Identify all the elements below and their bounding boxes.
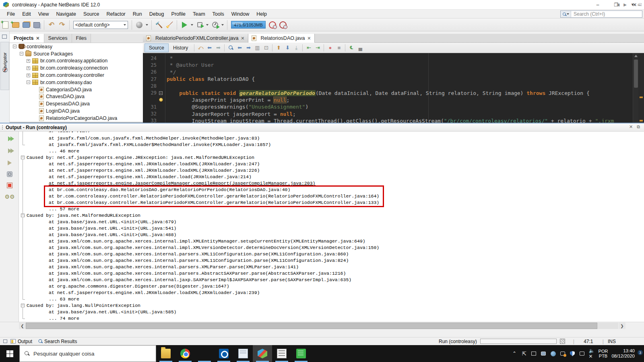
redo-button[interactable]: ↷ [57, 20, 67, 30]
dock-small-icon[interactable] [3, 339, 7, 343]
warning-mark[interactable] [640, 120, 643, 121]
tree-item-br-com-controleasy-controller[interactable]: +br.com.controleasy.controller [10, 72, 143, 79]
tray-network-globe-icon[interactable] [550, 351, 556, 357]
stack-frame-line[interactable]: at net.sf.jasperreports.engine.xml.JRXml… [19, 174, 644, 180]
stack-frame-line[interactable]: at java.base/java.net.URL.<init>(URL.jav… [19, 219, 644, 225]
code-editor[interactable]: 24 *25 * @author User26 */27public class… [143, 53, 644, 123]
menu-tools[interactable]: Tools [209, 10, 228, 18]
output-float-icon[interactable]: ⧉ [637, 124, 640, 130]
statusbar-tab-search-results[interactable]: Search Results [39, 339, 77, 344]
taskbar-app-explorer[interactable] [156, 345, 175, 362]
tree-item-source-packages[interactable]: −Source Packages [10, 50, 143, 58]
tree-item-despesasdao-java[interactable]: DespesasDAO.java [10, 100, 143, 107]
scroll-left-icon[interactable]: ❮ [19, 323, 26, 329]
quick-search[interactable]: Search (Ctrl+I) [560, 10, 642, 18]
save-all-button[interactable] [31, 20, 42, 30]
rerun-with-args-button[interactable] [6, 147, 14, 155]
tray-defender-icon[interactable] [570, 351, 576, 357]
open-project-button[interactable] [21, 20, 31, 30]
expand-icon[interactable]: + [27, 74, 30, 77]
stack-frame-line[interactable]: at net.sf.jasperreports.engine.xml.JRXml… [19, 161, 644, 167]
forward-icon[interactable]: ➡ [214, 44, 223, 52]
scroll-up-icon[interactable] [634, 55, 638, 57]
editor-tab-relatorioperiodofxmlcontroller-java[interactable]: RelatorioPeriodoFXMLController.java✕ [143, 34, 248, 43]
menu-window[interactable]: Window [228, 10, 253, 18]
taskbar-clock[interactable]: 13:4008/12/2020 [611, 348, 635, 359]
collapse-icon[interactable]: − [20, 52, 23, 56]
stop-build-button[interactable] [6, 181, 14, 189]
tray-pointer-icon[interactable]: ⇱ [521, 351, 527, 357]
rerun-button[interactable] [6, 135, 14, 143]
stack-frame-line[interactable]: at javafx.fxml/com.sun.javafx.fxml.Metho… [19, 135, 644, 142]
panel-tab-services[interactable]: Services [44, 34, 72, 43]
stack-frame-line[interactable]: at java.xml/com.sun.org.apache.xerces.in… [19, 238, 644, 245]
uncomment-icon[interactable]: ▄ [356, 44, 365, 52]
process-icon[interactable] [560, 339, 565, 344]
tree-item-chavesdao-java[interactable]: ChavesDAO.java [10, 93, 143, 101]
taskbar-app-sheet[interactable] [291, 345, 311, 362]
debug-project-button[interactable] [194, 20, 205, 30]
drag-grip-icon[interactable] [2, 125, 3, 130]
scroll-right-icon[interactable]: ❯ [619, 323, 625, 329]
expand-icon[interactable]: + [27, 66, 30, 70]
taskbar-app-netbeans[interactable] [253, 345, 272, 362]
tree-item-relatorioporcategoriadao-java[interactable]: RelatorioPorCategoriaDAO.java [10, 115, 143, 122]
tree-item-br-com-controleasy-application[interactable]: +br.com.controleasy.application [10, 58, 143, 65]
tree-item-categoriasdao-java[interactable]: CategoriasDAO.java [10, 86, 143, 93]
menu-debug[interactable]: Debug [146, 10, 168, 18]
editor-scrollbar[interactable] [633, 53, 638, 123]
warning-mark[interactable] [640, 97, 643, 98]
shift-left-icon[interactable]: ⇤ [304, 44, 313, 52]
find-selection-icon[interactable] [226, 44, 235, 52]
output-header[interactable]: Output - Run (controleasy) ✕ ⧉ [0, 123, 644, 132]
stack-frame-line[interactable]: at javafx.fxml/javafx.fxml.FXMLLoader$Me… [19, 142, 644, 148]
config-select[interactable]: <default config> [73, 21, 128, 29]
output-hscrollbar[interactable]: ❮ ❯ [0, 322, 644, 329]
output-fold-icon[interactable]: − [21, 156, 25, 159]
taskbar-app-docs[interactable] [272, 345, 291, 362]
output-fold-icon[interactable]: − [21, 304, 25, 307]
menu-profile[interactable]: Profile [168, 10, 189, 18]
stack-frame-line[interactable]: at org.apache.commons.digester.Digester.… [19, 283, 644, 290]
stack-frame-line[interactable]: at net.sf.jasperreports.engine.xml.JRXml… [19, 167, 644, 174]
next-bookmark-icon[interactable]: ⬇ [283, 44, 292, 52]
stack-frame-line[interactable]: at java.xml/com.sun.org.apache.xerces.in… [19, 257, 644, 264]
panel-tab-files[interactable]: Files [72, 34, 91, 43]
tray-sync-icon[interactable] [560, 351, 566, 357]
next-occurrence-icon[interactable]: ➡ [244, 44, 253, 52]
statusbar-tab-output[interactable]: Output [10, 339, 32, 344]
menu-help[interactable]: Help [253, 10, 270, 18]
stack-frame-line[interactable]: at java.xml/com.sun.org.apache.xerces.in… [19, 245, 644, 251]
shift-right-icon[interactable]: ⇥ [313, 44, 322, 52]
tray-volume-muted-icon[interactable]: 🔈✕ [589, 351, 595, 357]
tray-ethernet-icon[interactable] [579, 351, 585, 357]
stack-frame-line[interactable]: at java.xml/com.sun.org.apache.xerces.in… [19, 277, 644, 283]
stack-frame-line[interactable]: at java.base/java.net.URL.<init>(URL.jav… [19, 309, 644, 315]
run-project-button[interactable] [179, 20, 190, 30]
menu-navigate[interactable]: Navigate [53, 10, 80, 18]
tray-chevron-up-icon[interactable]: ⌃ [512, 351, 518, 357]
language-indicator[interactable]: PORPTB [599, 349, 608, 358]
tree-item-logindao-java[interactable]: LoginDAO.java [10, 107, 143, 115]
history-view-button[interactable]: History [169, 43, 192, 52]
tab-list-dropdown-icon[interactable]: ▼ [631, 2, 635, 7]
debug-dropdown-icon[interactable] [206, 24, 208, 26]
stop-macro-icon[interactable]: ■ [334, 44, 343, 52]
tray-battery-icon[interactable] [531, 351, 537, 357]
toggle-highlight-icon[interactable]: ▥ [253, 44, 262, 52]
build-config-button[interactable]: ⚙⚙ [6, 193, 14, 201]
next-error-icon[interactable]: ⤓ [292, 44, 301, 52]
maximize-editor-icon[interactable]: □ [639, 2, 642, 7]
profile-project-button[interactable] [210, 20, 220, 30]
last-edit-location-icon[interactable]: ⤺ [196, 44, 205, 52]
new-file-button[interactable] [0, 20, 10, 30]
clean-build-button[interactable]: 🧹 [164, 20, 175, 30]
tray-display-icon[interactable] [541, 351, 547, 357]
search-icon[interactable] [561, 11, 571, 17]
collapse-icon[interactable]: − [13, 45, 17, 48]
scroll-tabs-left-icon[interactable]: ◀ [616, 2, 619, 7]
previous-bookmark-icon[interactable]: ⬆ [274, 44, 283, 52]
tree-item-controleasy[interactable]: −controleasy [10, 43, 143, 50]
stack-frame-line[interactable]: at java.xml/com.sun.org.apache.xerces.in… [19, 270, 644, 277]
previous-occurrence-icon[interactable]: ⬅ [235, 44, 244, 52]
